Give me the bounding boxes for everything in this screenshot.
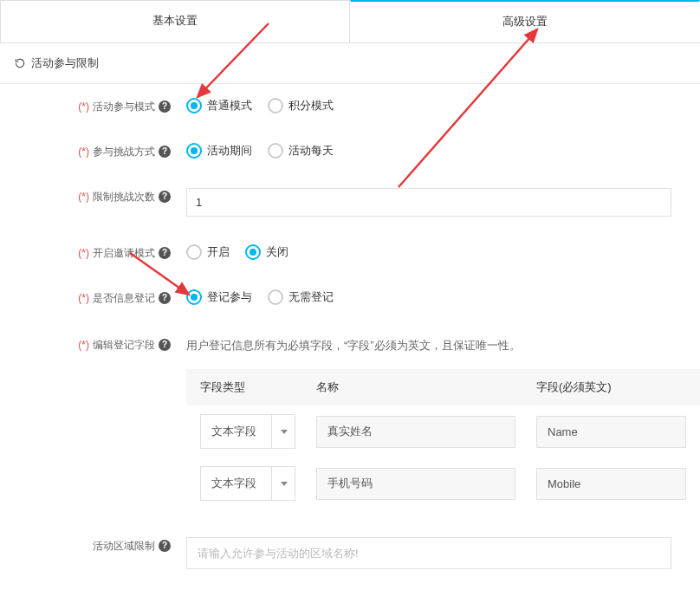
label-area: 活动区域限制 <box>93 537 155 554</box>
required-mark: (*) <box>78 336 89 353</box>
radio-dot-icon <box>186 98 202 113</box>
radio-dot-icon <box>268 289 283 305</box>
limit-input[interactable] <box>186 188 671 217</box>
radio-method-daily[interactable]: 活动每天 <box>268 143 334 159</box>
radio-label: 开启 <box>207 244 230 260</box>
required-mark: (*) <box>78 289 89 307</box>
label-limit: 限制挑战次数 <box>93 188 155 205</box>
row-area: 活动区域限制 ? <box>0 523 700 583</box>
area-input[interactable] <box>186 537 671 569</box>
radio-dot-icon <box>186 244 202 260</box>
help-icon[interactable]: ? <box>159 540 171 552</box>
help-icon[interactable]: ? <box>159 247 171 259</box>
row-limit: (*) 限制挑战次数 ? <box>0 174 700 230</box>
radio-invite-on[interactable]: 开启 <box>186 244 230 260</box>
label-mode: 活动参与模式 <box>93 98 155 115</box>
th-field: 字段(必须英文) <box>536 379 686 395</box>
tab-basic[interactable]: 基本设置 <box>0 0 350 42</box>
row-reg: (*) 是否信息登记 ? 登记参与 无需登记 <box>0 276 700 321</box>
field-type-select[interactable]: 文本字段 <box>200 414 295 449</box>
radio-dot-icon <box>268 143 283 159</box>
radio-dot-icon <box>268 98 283 113</box>
radio-label: 活动每天 <box>288 143 334 159</box>
row-mode: (*) 活动参与模式 ? 普通模式 积分模式 <box>0 84 700 129</box>
fields-description: 用户登记信息所有为必填字段，“字段”必须为英文，且保证唯一性。 <box>186 334 700 369</box>
radio-dot-icon <box>245 244 261 260</box>
radio-label: 活动期间 <box>207 143 252 159</box>
field-key-input[interactable] <box>536 416 686 448</box>
radio-reg-no[interactable]: 无需登记 <box>268 289 334 305</box>
radio-label: 积分模式 <box>288 98 334 113</box>
radio-label: 关闭 <box>266 244 288 260</box>
radio-method-period[interactable]: 活动期间 <box>186 143 252 159</box>
required-mark: (*) <box>78 98 89 115</box>
label-fields: 编辑登记字段 <box>93 336 155 353</box>
row-fields: (*) 编辑登记字段 ? 用户登记信息所有为必填字段，“字段”必须为英文，且保证… <box>0 321 700 523</box>
fields-table-row: 文本字段 <box>186 457 700 509</box>
radio-label: 登记参与 <box>207 289 252 305</box>
field-type-select[interactable]: 文本字段 <box>200 466 295 501</box>
required-mark: (*) <box>78 188 89 205</box>
section-header: 活动参与限制 <box>0 43 700 84</box>
label-invite: 开启邀请模式 <box>93 244 155 262</box>
help-icon[interactable]: ? <box>159 339 171 351</box>
radio-dot-icon <box>186 289 202 305</box>
fields-table-header: 字段类型 名称 字段(必须英文) <box>186 369 700 405</box>
tab-advanced[interactable]: 高级设置 <box>350 0 700 42</box>
tab-bar: 基本设置 高级设置 <box>0 0 700 43</box>
fields-table-row: 文本字段 <box>186 405 700 457</box>
radio-label: 无需登记 <box>288 289 334 305</box>
radio-reg-yes[interactable]: 登记参与 <box>186 289 252 305</box>
section-title: 活动参与限制 <box>31 55 99 71</box>
help-icon[interactable]: ? <box>159 191 171 203</box>
th-type: 字段类型 <box>200 379 295 395</box>
help-icon[interactable]: ? <box>159 146 171 158</box>
help-icon[interactable]: ? <box>159 292 171 304</box>
label-method: 参与挑战方式 <box>93 143 155 160</box>
row-method: (*) 参与挑战方式 ? 活动期间 活动每天 <box>0 129 700 174</box>
label-reg: 是否信息登记 <box>93 289 155 307</box>
radio-mode-points[interactable]: 积分模式 <box>268 98 334 113</box>
field-key-input[interactable] <box>536 468 686 500</box>
radio-invite-off[interactable]: 关闭 <box>245 244 288 260</box>
help-icon[interactable]: ? <box>159 100 171 113</box>
field-name-input[interactable] <box>316 416 515 448</box>
radio-dot-icon <box>186 143 202 159</box>
row-invite: (*) 开启邀请模式 ? 开启 关闭 <box>0 230 700 276</box>
radio-mode-normal[interactable]: 普通模式 <box>186 98 252 113</box>
required-mark: (*) <box>78 143 89 160</box>
th-name: 名称 <box>316 379 515 395</box>
required-mark: (*) <box>78 244 89 262</box>
field-name-input[interactable] <box>316 468 515 500</box>
radio-label: 普通模式 <box>207 98 252 113</box>
refresh-icon <box>14 57 26 69</box>
